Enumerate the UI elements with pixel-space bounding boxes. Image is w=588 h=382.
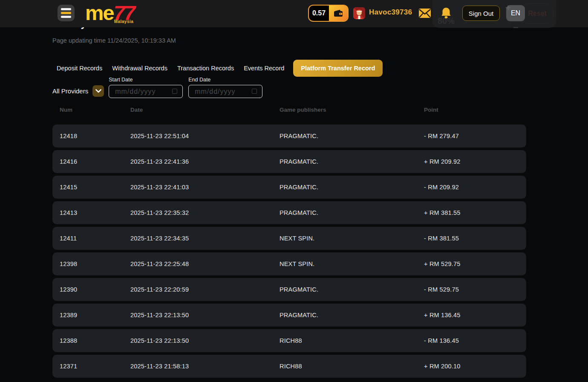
history-tab[interactable]: Transaction Records <box>176 61 235 76</box>
end-date-input[interactable] <box>195 88 246 96</box>
table-row: 12371 2025-11-23 21:58:13 RICH88 + RM 20… <box>52 355 526 378</box>
chevron-down-icon <box>95 89 101 93</box>
table-column-header: Point <box>424 107 526 113</box>
row-num-cell: 12416 <box>60 158 130 165</box>
row-num-cell: 12398 <box>60 260 130 267</box>
history-tab[interactable]: Withdrawal Records <box>111 61 168 76</box>
wallet-icon <box>333 9 343 17</box>
row-point-cell: + RM 200.10 <box>424 363 526 370</box>
row-point-cell: - RM 529.75 <box>424 286 526 293</box>
table-row: 12411 2025-11-23 22:34:35 NEXT SPIN. - R… <box>52 227 526 250</box>
end-date-group: End Date <box>188 77 262 98</box>
row-point-cell: - RM 381.55 <box>424 235 526 242</box>
row-num-cell: 12388 <box>60 337 130 344</box>
row-point-cell: + RM 209.92 <box>424 158 526 165</box>
row-publisher-cell: PRAGMATIC. <box>280 184 424 191</box>
username-label[interactable]: Havoc39736 <box>369 8 412 17</box>
row-publisher-cell: RICH88 <box>280 363 424 370</box>
start-date-field[interactable] <box>109 85 183 98</box>
row-date-cell: 2025-11-23 22:20:59 <box>130 286 280 293</box>
table-row: 12413 2025-11-23 22:35:32 PRAGMATIC. + R… <box>52 201 526 224</box>
hamburger-icon <box>61 8 71 10</box>
row-num-cell: 12390 <box>60 286 130 293</box>
row-num-cell: 12418 <box>60 133 130 139</box>
row-point-cell: - RM 209.92 <box>424 184 526 191</box>
row-num-cell: 12371 <box>60 363 130 370</box>
start-date-group: Start Date <box>109 77 183 98</box>
avatar[interactable] <box>353 7 365 19</box>
zoom-out-icon[interactable]: − <box>513 22 519 33</box>
row-publisher-cell: RICH88 <box>280 337 424 344</box>
table-row: 12390 2025-11-23 22:20:59 PRAGMATIC. - R… <box>52 278 526 301</box>
row-point-cell: + RM 381.55 <box>424 209 526 216</box>
table-row: 12388 2025-11-23 22:13:50 RICH88 - RM 13… <box>52 329 526 352</box>
row-date-cell: 2025-11-23 22:35:32 <box>130 209 280 216</box>
avatar-image <box>353 7 365 19</box>
row-publisher-cell: PRAGMATIC. <box>280 133 424 139</box>
balance-pill[interactable]: 0.57 <box>308 5 349 22</box>
row-publisher-cell: NEXT SPIN. <box>280 235 424 242</box>
row-date-cell: 2025-11-23 22:13:50 <box>130 312 280 318</box>
table-header-row: NumDateGame publishersPoint <box>52 107 526 113</box>
filters-row: All Providers Start Date End Date <box>52 77 262 98</box>
row-date-cell: 2025-11-23 22:34:35 <box>130 235 280 242</box>
table-row: 12415 2025-11-23 22:41:03 PRAGMATIC. - R… <box>52 176 526 199</box>
end-date-field[interactable] <box>188 85 262 98</box>
row-num-cell: 12415 <box>60 184 130 191</box>
site-logo[interactable]: me 77 Malaysia <box>85 1 134 26</box>
row-point-cell: + RM 529.75 <box>424 260 526 267</box>
sign-out-button[interactable]: Sign Out <box>462 6 500 21</box>
row-num-cell: 12411 <box>60 235 130 242</box>
table-row: 12418 2025-11-23 22:51:04 PRAGMATIC. - R… <box>52 124 526 148</box>
row-point-cell: + RM 136.45 <box>424 312 526 318</box>
start-date-label: Start Date <box>109 77 183 83</box>
logo-me-text: me <box>85 1 114 25</box>
provider-dropdown-button[interactable] <box>92 85 104 97</box>
notification-bell-icon[interactable] <box>441 7 452 20</box>
history-tabs: Deposit RecordsWithdrawal RecordsTransac… <box>56 60 383 77</box>
table-column-header: Game publishers <box>280 107 424 113</box>
row-point-cell: - RM 136.45 <box>424 337 526 344</box>
history-tab[interactable]: Platform Transfer Record <box>293 60 383 77</box>
row-publisher-cell: PRAGMATIC. <box>280 312 424 318</box>
balance-amount: 0.57 <box>309 9 329 17</box>
calendar-icon[interactable] <box>172 89 177 94</box>
start-date-input[interactable] <box>115 88 166 96</box>
row-date-cell: 2025-11-23 21:58:13 <box>130 363 280 370</box>
menu-button[interactable] <box>58 5 75 21</box>
row-num-cell: 12413 <box>60 209 130 216</box>
row-publisher-cell: PRAGMATIC. <box>280 158 424 165</box>
page-updated-text: Page updating time 11/24/2025, 10:19:33 … <box>52 37 176 44</box>
end-date-label: End Date <box>188 77 262 83</box>
calendar-icon[interactable] <box>252 89 257 94</box>
row-date-cell: 2025-11-23 22:13:50 <box>130 337 280 344</box>
provider-filter-label: All Providers <box>52 87 88 95</box>
row-date-cell: 2025-11-23 22:25:48 <box>130 260 280 267</box>
row-point-cell: - RM 279.47 <box>424 133 526 139</box>
history-tab[interactable]: Events Record <box>243 61 285 76</box>
table-column-header: Date <box>130 107 280 113</box>
table-column-header: Num <box>60 107 130 113</box>
row-publisher-cell: PRAGMATIC. <box>280 209 424 216</box>
row-publisher-cell: NEXT SPIN. <box>280 260 424 267</box>
table-row: 12389 2025-11-23 22:13:50 PRAGMATIC. + R… <box>52 304 526 327</box>
row-publisher-cell: PRAGMATIC. <box>280 286 424 293</box>
row-date-cell: 2025-11-23 22:51:04 <box>130 133 280 139</box>
zoom-in-icon[interactable]: + <box>505 3 511 14</box>
mail-icon[interactable] <box>418 8 431 19</box>
row-date-cell: 2025-11-23 22:41:03 <box>130 184 280 191</box>
top-header-bar: 80% − + Reset me 77 Malaysia 0.57 <box>0 0 588 27</box>
wallet-chip <box>329 6 348 21</box>
table-row: 12416 2025-11-23 22:41:36 PRAGMATIC. + R… <box>52 150 526 173</box>
logo-country-text: Malaysia <box>114 19 134 24</box>
provider-filter: All Providers <box>52 85 104 97</box>
transfer-records-list: 12418 2025-11-23 22:51:04 PRAGMATIC. - R… <box>52 124 526 380</box>
header-right-group: 0.57 Havoc39736 <box>298 0 588 27</box>
row-num-cell: 12389 <box>60 312 130 318</box>
history-tab[interactable]: Deposit Records <box>56 61 103 76</box>
row-date-cell: 2025-11-23 22:41:36 <box>130 158 280 165</box>
table-row: 12398 2025-11-23 22:25:48 NEXT SPIN. + R… <box>52 252 526 275</box>
